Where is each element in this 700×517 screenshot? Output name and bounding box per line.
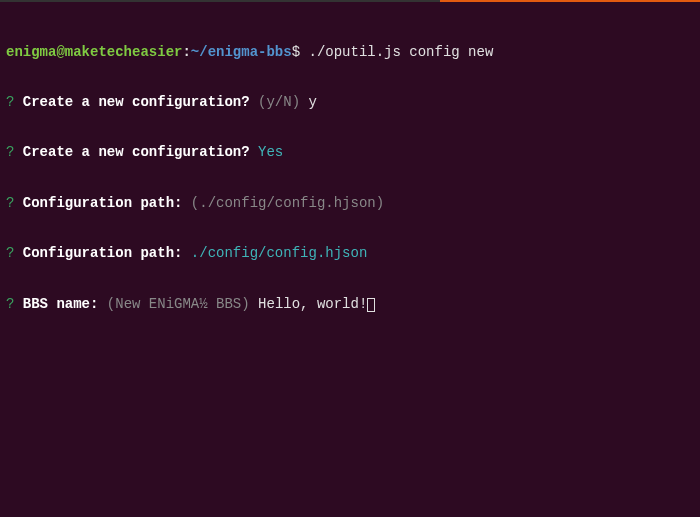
prompt-text: Create a new configuration?: [23, 94, 250, 110]
shell-cwd: ~/enigma-bbs: [191, 44, 292, 60]
cursor-icon: [367, 298, 375, 312]
prompt-hint: (y/N): [258, 94, 300, 110]
shell-separator: :: [182, 44, 190, 60]
shell-command: ./oputil.js config new: [308, 44, 493, 60]
shell-user-host: enigma@maketecheasier: [6, 44, 182, 60]
question-mark-icon: ?: [6, 144, 14, 160]
question-mark-icon: ?: [6, 94, 14, 110]
prompt-answer: ./config/config.hjson: [191, 245, 367, 261]
prompt-line-1: ? Create a new configuration? (y/N) y: [6, 94, 694, 111]
prompt-answer: Yes: [258, 144, 283, 160]
shell-prompt-line: enigma@maketecheasier:~/enigma-bbs$ ./op…: [6, 44, 694, 61]
prompt-line-2: ? Create a new configuration? Yes: [6, 144, 694, 161]
prompt-answer: y: [308, 94, 316, 110]
active-tab-accent: [440, 0, 700, 2]
shell-dollar: $: [292, 44, 300, 60]
prompt-text: Configuration path:: [23, 245, 183, 261]
user-input-text: Hello, world!: [258, 296, 367, 312]
question-mark-icon: ?: [6, 245, 14, 261]
prompt-line-3: ? Configuration path: (./config/config.h…: [6, 195, 694, 212]
prompt-line-4: ? Configuration path: ./config/config.hj…: [6, 245, 694, 262]
question-mark-icon: ?: [6, 195, 14, 211]
prompt-text: Create a new configuration?: [23, 144, 250, 160]
prompt-text: Configuration path:: [23, 195, 183, 211]
terminal-viewport[interactable]: enigma@maketecheasier:~/enigma-bbs$ ./op…: [0, 2, 700, 337]
prompt-text: BBS name:: [23, 296, 99, 312]
current-input-line[interactable]: ? BBS name: (New ENiGMA½ BBS) Hello, wor…: [6, 296, 694, 313]
prompt-hint: (New ENiGMA½ BBS): [107, 296, 250, 312]
question-mark-icon: ?: [6, 296, 14, 312]
prompt-hint: (./config/config.hjson): [191, 195, 384, 211]
